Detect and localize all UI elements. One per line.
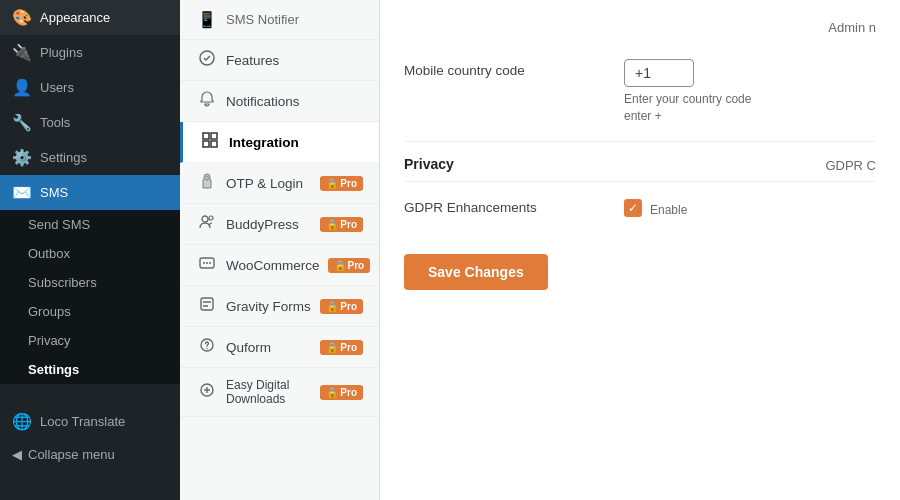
privacy-label: Privacy bbox=[28, 333, 71, 348]
plugin-sidebar-item-woocommerce[interactable]: WooCommerce 🔒 Pro bbox=[180, 245, 379, 286]
sidebar-item-users[interactable]: 👤 Users bbox=[0, 70, 180, 105]
mobile-country-code-row: Mobile country code Enter your country c… bbox=[404, 43, 876, 142]
sms-submenu: Send SMS Outbox Subscribers Groups Priva… bbox=[0, 210, 180, 384]
subscribers-label: Subscribers bbox=[28, 275, 97, 290]
mobile-country-code-input[interactable] bbox=[624, 59, 694, 87]
groups-label: Groups bbox=[28, 304, 71, 319]
integration-icon bbox=[199, 132, 221, 152]
otp-login-label: OTP & Login bbox=[226, 176, 303, 191]
svg-point-10 bbox=[206, 348, 207, 349]
plugin-sidebar-item-buddypress[interactable]: BuddyPress 🔒 Pro bbox=[180, 204, 379, 245]
collapse-arrow-icon: ◀ bbox=[12, 447, 22, 462]
svg-rect-3 bbox=[203, 141, 209, 147]
privacy-heading-text: Privacy bbox=[404, 156, 454, 172]
sidebar-item-subscribers[interactable]: Subscribers bbox=[0, 268, 180, 297]
collapse-menu-item[interactable]: ◀ Collapse menu bbox=[0, 439, 180, 470]
woocommerce-icon bbox=[196, 255, 218, 275]
save-changes-button[interactable]: Save Changes bbox=[404, 254, 548, 290]
settings-sub-label: Settings bbox=[28, 362, 79, 377]
sidebar-item-loco-translate[interactable]: 🌐 Loco Translate bbox=[0, 404, 180, 439]
plugin-sidebar-item-sms-notifier[interactable]: 📱 SMS Notifier bbox=[180, 0, 379, 40]
notifications-icon bbox=[196, 91, 218, 111]
sidebar-label-users: Users bbox=[40, 80, 74, 95]
appearance-icon: 🎨 bbox=[12, 8, 32, 27]
svg-point-5 bbox=[202, 216, 208, 222]
plugin-sidebar-item-notifications[interactable]: Notifications bbox=[180, 81, 379, 122]
collapse-menu-label: Collapse menu bbox=[28, 447, 115, 462]
main-content: 📱 SMS Notifier Features Notifications In… bbox=[180, 0, 900, 500]
buddypress-icon bbox=[196, 214, 218, 234]
quform-icon bbox=[196, 337, 218, 357]
mobile-country-code-label: Mobile country code bbox=[404, 59, 604, 78]
settings-icon: ⚙️ bbox=[12, 148, 32, 167]
plugin-sidebar-item-integration[interactable]: Integration bbox=[180, 122, 379, 163]
gdpr-enhancements-label: GDPR Enhancements bbox=[404, 198, 604, 215]
users-icon: 👤 bbox=[12, 78, 32, 97]
gdpr-enhancements-content: ✓ Enable bbox=[624, 198, 687, 219]
plugin-sidebar: 📱 SMS Notifier Features Notifications In… bbox=[180, 0, 380, 500]
sidebar-item-privacy[interactable]: Privacy bbox=[0, 326, 180, 355]
sidebar-item-tools[interactable]: 🔧 Tools bbox=[0, 105, 180, 140]
gdpr-enhancements-row: GDPR Enhancements ✓ Enable bbox=[404, 182, 876, 235]
sidebar-label-settings: Settings bbox=[40, 150, 87, 165]
plugin-sidebar-item-quform[interactable]: Quform 🔒 Pro bbox=[180, 327, 379, 368]
features-label: Features bbox=[226, 53, 279, 68]
mobile-code-hint: Enter your country code enter + bbox=[624, 91, 876, 125]
sidebar-label-appearance: Appearance bbox=[40, 10, 110, 25]
integration-label: Integration bbox=[229, 135, 299, 150]
sidebar-item-appearance[interactable]: 🎨 Appearance bbox=[0, 0, 180, 35]
easy-digital-label: Easy Digital Downloads bbox=[226, 378, 312, 406]
gdpr-label-right: GDPR C bbox=[825, 156, 876, 173]
gravity-forms-label: Gravity Forms bbox=[226, 299, 311, 314]
plugins-icon: 🔌 bbox=[12, 43, 32, 62]
sms-notifier-label: SMS Notifier bbox=[226, 12, 299, 27]
plugin-sidebar-item-gravity-forms[interactable]: Gravity Forms 🔒 Pro bbox=[180, 286, 379, 327]
loco-translate-icon: 🌐 bbox=[12, 412, 32, 431]
gravity-forms-icon bbox=[196, 296, 218, 316]
sidebar-item-outbox[interactable]: Outbox bbox=[0, 239, 180, 268]
woo-lock-icon: 🔒 bbox=[334, 260, 346, 271]
gdpr-enable-hint: Enable bbox=[650, 202, 687, 219]
plugin-sidebar-item-otp-login[interactable]: OTP & Login 🔒 Pro bbox=[180, 163, 379, 204]
svg-point-6 bbox=[209, 216, 213, 220]
admin-sidebar: 🎨 Appearance 🔌 Plugins 👤 Users 🔧 Tools ⚙… bbox=[0, 0, 180, 500]
mobile-country-code-content: Enter your country code enter + bbox=[624, 59, 876, 125]
privacy-section-heading: Privacy GDPR C bbox=[404, 142, 876, 182]
quform-label: Quform bbox=[226, 340, 271, 355]
tools-icon: 🔧 bbox=[12, 113, 32, 132]
sidebar-item-groups[interactable]: Groups bbox=[0, 297, 180, 326]
otp-lock-icon: 🔒 bbox=[326, 178, 338, 189]
woocommerce-pro-badge: 🔒 Pro bbox=[328, 258, 371, 273]
sidebar-label-sms: SMS bbox=[40, 185, 68, 200]
sms-notifier-icon: 📱 bbox=[196, 10, 218, 29]
easy-digital-icon bbox=[196, 382, 218, 402]
buddypress-label: BuddyPress bbox=[226, 217, 299, 232]
sidebar-item-settings[interactable]: ⚙️ Settings bbox=[0, 140, 180, 175]
sidebar-label-tools: Tools bbox=[40, 115, 70, 130]
quform-pro-badge: 🔒 Pro bbox=[320, 340, 363, 355]
sidebar-item-sms[interactable]: ✉️ SMS bbox=[0, 175, 180, 210]
edd-lock-icon: 🔒 bbox=[326, 387, 338, 398]
plugin-sidebar-item-features[interactable]: Features bbox=[180, 40, 379, 81]
svg-rect-2 bbox=[211, 133, 217, 139]
svg-rect-8 bbox=[201, 298, 213, 310]
gdpr-checkbox[interactable]: ✓ bbox=[624, 199, 642, 217]
gravity-forms-pro-badge: 🔒 Pro bbox=[320, 299, 363, 314]
woocommerce-label: WooCommerce bbox=[226, 258, 320, 273]
sidebar-item-settings-sub[interactable]: Settings bbox=[0, 355, 180, 384]
svg-rect-4 bbox=[211, 141, 217, 147]
qf-lock-icon: 🔒 bbox=[326, 342, 338, 353]
sidebar-label-plugins: Plugins bbox=[40, 45, 83, 60]
gf-lock-icon: 🔒 bbox=[326, 301, 338, 312]
sidebar-item-plugins[interactable]: 🔌 Plugins bbox=[0, 35, 180, 70]
otp-login-icon bbox=[196, 173, 218, 193]
admin-label: Admin n bbox=[404, 20, 876, 35]
notifications-label: Notifications bbox=[226, 94, 300, 109]
buddypress-pro-badge: 🔒 Pro bbox=[320, 217, 363, 232]
bp-lock-icon: 🔒 bbox=[326, 219, 338, 230]
svg-rect-1 bbox=[203, 133, 209, 139]
sidebar-item-send-sms[interactable]: Send SMS bbox=[0, 210, 180, 239]
plugin-sidebar-item-easy-digital[interactable]: Easy Digital Downloads 🔒 Pro bbox=[180, 368, 379, 417]
sidebar-label-loco-translate: Loco Translate bbox=[40, 414, 125, 429]
sms-icon: ✉️ bbox=[12, 183, 32, 202]
